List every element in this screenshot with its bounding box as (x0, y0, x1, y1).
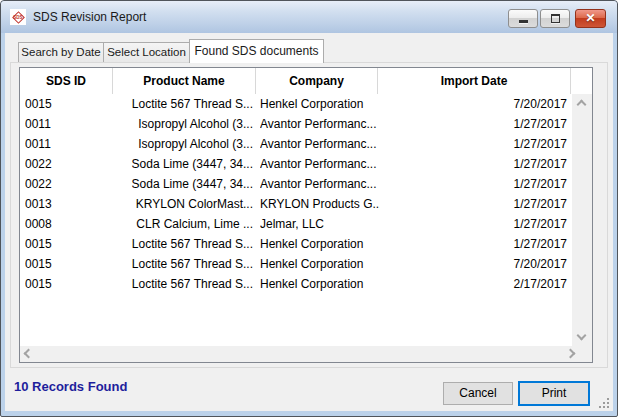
horizontal-scrollbar[interactable] (20, 346, 592, 362)
maximize-button[interactable] (540, 9, 570, 28)
dialog-window: SDS SDS Revision Report ✕ Search by Date… (0, 0, 618, 417)
table-cell: Soda Lime (3447, 34... (113, 174, 253, 194)
table-cell: Loctite 567 Thread S... (113, 94, 253, 114)
table-cell: Loctite 567 Thread S... (113, 234, 253, 254)
table-row[interactable]: 0022Soda Lime (3447, 34...Avantor Perfor… (20, 154, 572, 174)
table-cell: Loctite 567 Thread S... (113, 254, 253, 274)
table-cell: Avantor Performanc... (260, 174, 380, 194)
print-button[interactable]: Print (518, 381, 590, 406)
minimize-button[interactable] (508, 9, 538, 28)
table-cell: Henkel Corporation (260, 94, 380, 114)
table-cell: 1/27/2017 (378, 134, 567, 154)
table-row[interactable]: 0013KRYLON ColorMast...KRYLON Products G… (20, 194, 572, 214)
table-cell: 1/27/2017 (378, 114, 567, 134)
table-cell: 0015 (25, 234, 111, 254)
table-cell: 0011 (25, 114, 111, 134)
table-cell: Henkel Corporation (260, 274, 380, 294)
tab-search-by-date[interactable]: Search by Date (18, 42, 104, 62)
table-cell: 0022 (25, 174, 111, 194)
table-row[interactable]: 0015Loctite 567 Thread S...Henkel Corpor… (20, 234, 572, 254)
close-button[interactable]: ✕ (575, 9, 606, 28)
tab-found-sds-documents[interactable]: Found SDS documents (189, 39, 324, 63)
column-header-import-date[interactable]: Import Date (378, 68, 571, 94)
column-header-sds-id[interactable]: SDS ID (20, 68, 113, 94)
table-cell: Isopropyl Alcohol (3... (113, 134, 253, 154)
table-cell: Henkel Corporation (260, 254, 380, 274)
maximize-icon (551, 14, 560, 23)
app-icon: SDS (10, 9, 26, 25)
minimize-icon (519, 20, 528, 23)
table-cell: Avantor Performanc... (260, 154, 380, 174)
table-cell: 1/27/2017 (378, 194, 567, 214)
window-title: SDS Revision Report (33, 1, 146, 33)
table-header: SDS ID Product Name Company Import Date (20, 68, 592, 94)
table-cell: 0022 (25, 154, 111, 174)
table-cell: 0015 (25, 254, 111, 274)
scroll-up-icon[interactable] (577, 100, 587, 110)
table-row[interactable]: 0011Isopropyl Alcohol (3...Avantor Perfo… (20, 134, 572, 154)
table-cell: Loctite 567 Thread S... (113, 274, 253, 294)
resize-grip-icon[interactable] (598, 397, 609, 408)
table-row[interactable]: 0015Loctite 567 Thread S...Henkel Corpor… (20, 274, 572, 294)
table-cell: Henkel Corporation (260, 234, 380, 254)
table-cell: 2/17/2017 (378, 274, 567, 294)
cancel-button[interactable]: Cancel (443, 382, 513, 405)
table-cell: 7/20/2017 (378, 94, 567, 114)
table-cell: KRYLON Products G... (260, 194, 380, 214)
table-cell: Avantor Performanc... (260, 134, 380, 154)
column-header-product-name[interactable]: Product Name (113, 68, 256, 94)
table-row[interactable]: 0008CLR Calcium, Lime ...Jelmar, LLC1/27… (20, 214, 572, 234)
records-found-label: 10 Records Found (14, 379, 127, 394)
table-cell: Avantor Performanc... (260, 114, 380, 134)
table-body: 0015Loctite 567 Thread S...Henkel Corpor… (20, 94, 572, 294)
table-cell: 1/27/2017 (378, 234, 567, 254)
table-row[interactable]: 0022Soda Lime (3447, 34...Avantor Perfor… (20, 174, 572, 194)
table-row[interactable]: 0015Loctite 567 Thread S...Henkel Corpor… (20, 94, 572, 114)
table-cell: Soda Lime (3447, 34... (113, 154, 253, 174)
dialog-client-area: Search by Date Select Location Found SDS… (5, 33, 613, 411)
table-cell: Isopropyl Alcohol (3... (113, 114, 253, 134)
vertical-scrollbar[interactable] (572, 94, 592, 346)
scroll-down-icon[interactable] (577, 331, 587, 341)
tab-select-location[interactable]: Select Location (103, 42, 190, 62)
table-cell: 7/20/2017 (378, 254, 567, 274)
table-row[interactable]: 0011Isopropyl Alcohol (3...Avantor Perfo… (20, 114, 572, 134)
scroll-right-icon[interactable] (566, 349, 576, 359)
table-cell: KRYLON ColorMast... (113, 194, 253, 214)
close-icon: ✕ (576, 10, 605, 27)
column-header-company[interactable]: Company (256, 68, 378, 94)
table-cell: CLR Calcium, Lime ... (113, 214, 253, 234)
scroll-left-icon[interactable] (24, 349, 34, 359)
table-row[interactable]: 0015Loctite 567 Thread S...Henkel Corpor… (20, 254, 572, 274)
table-cell: 1/27/2017 (378, 214, 567, 234)
table-cell: 0013 (25, 194, 111, 214)
table-cell: Jelmar, LLC (260, 214, 380, 234)
table-cell: 0008 (25, 214, 111, 234)
table-cell: 1/27/2017 (378, 154, 567, 174)
table-cell: 0015 (25, 274, 111, 294)
sds-documents-table: SDS ID Product Name Company Import Date … (19, 67, 593, 363)
table-cell: 0011 (25, 134, 111, 154)
table-cell: 1/27/2017 (378, 174, 567, 194)
title-bar[interactable]: SDS SDS Revision Report ✕ (1, 1, 617, 33)
table-cell: 0015 (25, 94, 111, 114)
